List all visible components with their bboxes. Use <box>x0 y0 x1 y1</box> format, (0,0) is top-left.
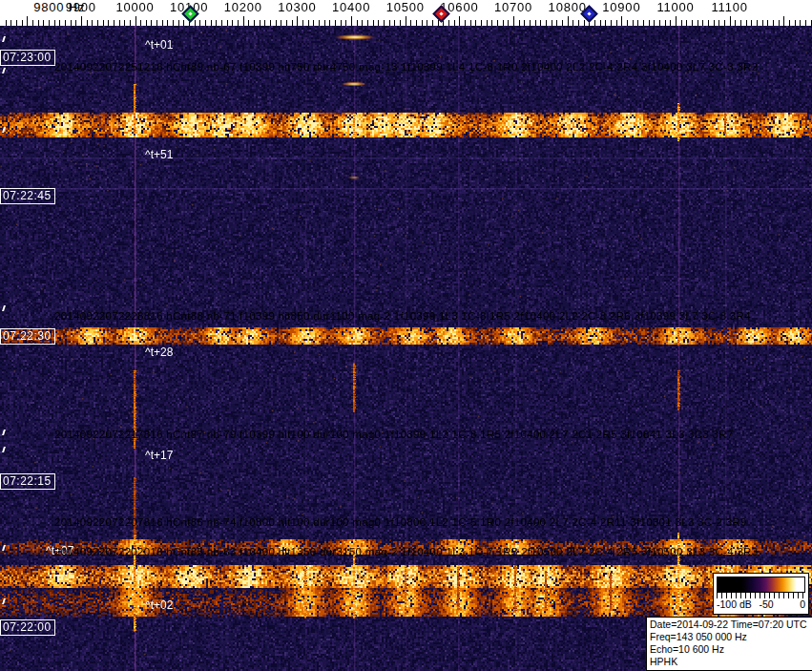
freq-label: 10200 <box>224 0 262 14</box>
ruler-tick <box>130 20 131 26</box>
ruler-tick <box>519 20 520 26</box>
freq-label: 10400 <box>332 0 370 14</box>
ruler-tick <box>313 20 314 26</box>
ruler-tick <box>757 20 758 26</box>
ruler-tick <box>676 16 677 26</box>
ruler-tick <box>556 20 557 26</box>
freq-label: 11100 <box>712 0 748 14</box>
ruler-tick <box>254 20 255 26</box>
marker-center-dot <box>439 11 443 15</box>
spectrogram-waterfall[interactable] <box>0 26 812 671</box>
ruler-tick <box>211 20 212 26</box>
ruler-tick <box>443 20 444 26</box>
ruler-tick <box>292 20 293 26</box>
ruler-tick <box>524 20 525 26</box>
ruler-tick <box>497 20 498 26</box>
ruler-tick <box>686 20 687 26</box>
ruler-tick <box>697 20 698 26</box>
ruler-tick <box>6 20 7 26</box>
ruler-tick <box>71 20 72 26</box>
ruler-tick <box>281 20 281 26</box>
ruler-tick <box>448 20 449 26</box>
info-station: HPHK <box>650 656 812 668</box>
ruler-tick <box>487 20 488 26</box>
ruler-tick <box>584 20 585 26</box>
ruler-tick <box>227 20 228 26</box>
ruler-tick <box>552 20 552 26</box>
ruler-tick <box>621 16 622 26</box>
ruler-tick <box>438 20 439 26</box>
ruler-tick <box>670 20 671 26</box>
status-info-box: Date=2014-09-22 Time=07:20 UTC Freq=143 … <box>646 617 812 671</box>
ruler-tick <box>319 20 320 26</box>
ruler-tick <box>270 20 271 26</box>
ruler-tick <box>27 16 28 26</box>
info-date-time: Date=2014-09-22 Time=07:20 UTC <box>650 619 812 631</box>
ruler-tick <box>373 20 374 26</box>
db-scale-labels: -100 dB -50 0 <box>717 598 805 611</box>
ruler-tick <box>38 20 39 26</box>
ruler-tick <box>389 20 390 26</box>
ruler-tick <box>297 16 298 26</box>
ruler-tick <box>616 20 617 26</box>
ruler-tick <box>481 20 482 26</box>
ruler-tick <box>649 20 650 26</box>
ruler-tick <box>740 20 741 26</box>
ruler-tick <box>702 20 703 26</box>
ruler-tick <box>119 20 120 26</box>
ruler-tick <box>633 20 634 26</box>
ruler-tick <box>800 20 801 26</box>
ruler-tick <box>714 20 715 26</box>
db-scale-box: -100 dB -50 0 <box>713 573 809 615</box>
ruler-tick <box>43 20 44 26</box>
ruler-tick <box>681 20 682 26</box>
ruler-tick <box>735 20 736 26</box>
ruler-tick <box>335 20 336 26</box>
ruler-tick <box>730 16 731 26</box>
ruler-tick <box>162 20 163 26</box>
ruler-tick <box>746 20 747 26</box>
time-label: 07:22:30 <box>0 328 55 345</box>
ruler-tick <box>362 20 363 26</box>
ruler-tick <box>767 20 768 26</box>
ruler-tick <box>114 20 115 26</box>
ruler-tick <box>243 16 244 26</box>
freq-label: 9900 <box>66 0 96 14</box>
ruler-tick <box>454 20 455 26</box>
time-label: 07:22:15 <box>0 473 55 490</box>
ruler-tick <box>600 20 601 26</box>
ruler-tick <box>135 16 136 26</box>
ruler-tick <box>248 20 249 26</box>
ruler-tick <box>475 20 476 26</box>
ruler-tick <box>400 20 401 26</box>
ruler-tick <box>178 20 179 26</box>
ruler-tick <box>783 16 784 26</box>
db-label-max: 0 <box>800 598 805 610</box>
ruler-tick <box>22 20 23 26</box>
ruler-tick <box>341 20 342 26</box>
ruler-tick <box>276 20 277 26</box>
ruler-tick <box>508 20 509 26</box>
ruler-tick <box>708 20 709 26</box>
ruler-tick <box>540 20 541 26</box>
ruler-tick <box>167 20 168 26</box>
ruler-tick <box>410 20 411 26</box>
ruler-tick <box>416 20 417 26</box>
ruler-tick <box>195 20 196 26</box>
ruler-tick <box>103 20 104 26</box>
ruler-tick <box>805 20 806 26</box>
ruler-tick <box>151 20 152 26</box>
ruler-tick <box>351 16 352 26</box>
ruler-tick <box>724 20 725 26</box>
ruler-tick <box>357 20 358 26</box>
ruler-tick <box>81 16 82 26</box>
ruler-tick <box>308 20 309 26</box>
ruler-tick <box>156 20 157 26</box>
ruler-tick <box>378 20 379 26</box>
ruler-tick <box>54 20 55 26</box>
ruler-tick <box>773 20 774 26</box>
ruler-tick <box>811 20 812 26</box>
ruler-tick <box>232 20 233 26</box>
ruler-tick <box>65 20 66 26</box>
ruler-tick <box>59 20 60 26</box>
